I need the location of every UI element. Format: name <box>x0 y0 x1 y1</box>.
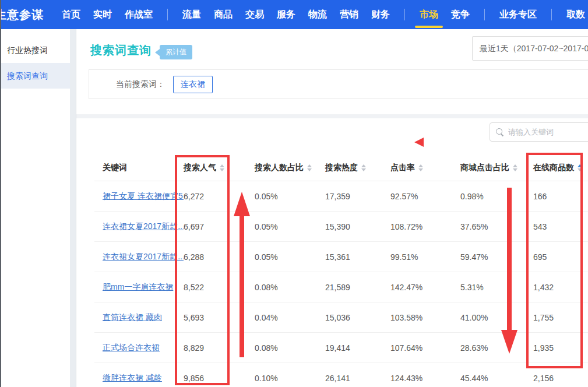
sidebar-item-industry-hot-words[interactable]: 行业热搜词 <box>0 37 70 63</box>
nav-item-business-zone[interactable]: 业务专区 <box>493 0 543 29</box>
sort-icon[interactable] <box>418 164 423 171</box>
sort-icon[interactable] <box>361 164 366 171</box>
col-header-searcher-ratio[interactable]: 搜索人数占比 <box>255 163 325 173</box>
cell-mall-click-ratio: 59.47% <box>460 252 533 262</box>
cell-searcher-ratio: 0.05% <box>255 222 325 231</box>
cell-search-heat: 15,036 <box>325 313 390 322</box>
nav-divider <box>404 9 405 20</box>
sort-icon[interactable] <box>513 164 517 171</box>
cell-search-popularity: 8,829 <box>184 343 255 353</box>
sidebar: 行业热搜词 搜索词查询 <box>0 29 70 387</box>
cell-search-popularity: 9,856 <box>184 374 255 383</box>
col-header-label: 搜索人气 <box>184 163 216 173</box>
sort-icon[interactable] <box>220 164 224 171</box>
cell-online-products: 1,935 <box>533 343 588 353</box>
nav-item-market-label: 市场 <box>420 9 438 19</box>
current-search-word-panel: 当前搜索词： 连衣裙 <box>89 69 588 99</box>
cell-search-heat: 17,359 <box>325 192 390 201</box>
badge-label: 累计值 <box>160 45 192 59</box>
nav-item-products[interactable]: 商品 <box>207 0 239 29</box>
nav-item-warroom[interactable]: 作战室 <box>118 0 159 29</box>
cell-search-popularity: 5,693 <box>184 313 255 322</box>
search-icon <box>496 128 504 136</box>
cell-online-products: 1,432 <box>533 283 588 292</box>
cell-searcher-ratio: 0.08% <box>255 283 325 292</box>
cell-search-heat: 21,589 <box>325 283 390 292</box>
cell-click-rate: 107.64% <box>390 343 460 353</box>
table-row: 连衣裙女夏2017新款... 6,697 0.05% 15,390 108.72… <box>94 212 588 242</box>
active-tab-underline <box>415 26 443 28</box>
keyword-search-box[interactable] <box>490 122 588 142</box>
date-range-selector[interactable]: 最近1天（2017-07-02~2017-07-02 <box>472 36 588 61</box>
cell-search-heat: 19,414 <box>325 343 390 353</box>
nav-item-data-fetch[interactable]: 取数 <box>560 0 588 29</box>
table-row: 微胖连衣裙 减龄 9,856 0.10% 26,141 124.43% 45.4… <box>94 363 588 387</box>
nav-item-logistics[interactable]: 物流 <box>302 0 333 29</box>
cell-click-rate: 99.51% <box>390 252 460 262</box>
badge-left-arrow-icon <box>155 49 160 56</box>
nav-items: 首页 实时 作战室 流量 商品 交易 服务 物流 营销 财务 市场 竞争 业务专… <box>55 0 588 29</box>
nav-item-realtime[interactable]: 实时 <box>87 0 118 29</box>
nav-divider <box>484 9 485 20</box>
keyword-link[interactable]: 裙子女夏 连衣裙便宜5.. <box>94 191 184 202</box>
cell-online-products: 2,156 <box>533 374 588 383</box>
sidebar-divider-strip <box>70 29 76 387</box>
search-words-table: 关键词 搜索人气 搜索人数占比 搜索热度 点击率 商城点击占比 <box>94 154 588 387</box>
cumulative-value-badge: 累计值 <box>155 45 192 59</box>
current-search-word-label: 当前搜索词： <box>116 79 165 90</box>
keyword-link[interactable]: 肥mm一字肩连衣裙 <box>94 282 184 293</box>
col-header-search-popularity[interactable]: 搜索人气 <box>184 163 255 173</box>
cell-click-rate: 92.57% <box>390 192 460 201</box>
cell-online-products: 543 <box>533 222 588 231</box>
nav-item-trade[interactable]: 交易 <box>239 0 270 29</box>
page: 生意参谋 首页 实时 作战室 流量 商品 交易 服务 物流 营销 财务 市场 竞… <box>0 0 588 387</box>
nav-item-traffic[interactable]: 流量 <box>176 0 207 29</box>
col-header-label: 在线商品数 <box>533 163 574 173</box>
cell-searcher-ratio: 0.08% <box>255 343 325 353</box>
cell-search-heat: 26,141 <box>325 374 390 383</box>
nav-item-home[interactable]: 首页 <box>55 0 87 29</box>
cell-searcher-ratio: 0.10% <box>255 374 325 383</box>
sort-icon[interactable] <box>307 164 312 171</box>
cell-mall-click-ratio: 37.65% <box>460 222 533 231</box>
cell-click-rate: 142.47% <box>390 283 460 292</box>
keyword-link[interactable]: 正式场合连衣裙 <box>94 343 184 353</box>
cell-online-products: 695 <box>533 252 588 262</box>
nav-item-marketing[interactable]: 营销 <box>333 0 365 29</box>
window-left-edge <box>0 0 1 387</box>
col-header-search-heat[interactable]: 搜索热度 <box>325 163 390 173</box>
sort-icon-active-asc[interactable] <box>578 164 582 171</box>
keyword-link[interactable]: 连衣裙女夏2017新款... <box>94 221 184 232</box>
cell-online-products: 1,755 <box>533 313 588 322</box>
table-row: 直筒连衣裙 藏肉 5,693 0.04% 15,036 103.58% 41.0… <box>94 302 588 333</box>
cell-online-products: 166 <box>533 192 588 201</box>
col-header-online-products[interactable]: 在线商品数 <box>533 163 588 173</box>
sidebar-item-search-word-query[interactable]: 搜索词查询 <box>0 63 70 89</box>
page-title: 搜索词查询 <box>90 43 152 58</box>
col-header-mall-click-ratio[interactable]: 商城点击占比 <box>460 163 533 173</box>
nav-item-service[interactable]: 服务 <box>270 0 302 29</box>
cell-mall-click-ratio: 41.00% <box>460 313 533 322</box>
cell-click-rate: 108.72% <box>390 222 460 231</box>
red-left-triangle-marker <box>414 138 424 147</box>
section-separator <box>76 114 588 118</box>
nav-divider <box>551 9 552 20</box>
keyword-search-input[interactable] <box>508 128 584 136</box>
table-row: 连衣裙女夏2017新款... 6,288 0.05% 15,361 99.51%… <box>94 242 588 272</box>
col-header-click-rate[interactable]: 点击率 <box>390 163 460 173</box>
table-row: 肥mm一字肩连衣裙 8,522 0.08% 21,589 142.47% 5.3… <box>94 272 588 302</box>
current-search-word-chip[interactable]: 连衣裙 <box>173 76 213 93</box>
col-header-label: 搜索人数占比 <box>255 163 304 173</box>
keyword-link[interactable]: 微胖连衣裙 减龄 <box>94 373 184 384</box>
nav-item-market[interactable]: 市场 <box>413 0 445 29</box>
nav-divider <box>167 9 168 20</box>
cell-searcher-ratio: 0.04% <box>255 313 325 322</box>
cell-click-rate: 124.43% <box>390 374 460 383</box>
keyword-link[interactable]: 直筒连衣裙 藏肉 <box>94 312 184 323</box>
keyword-link[interactable]: 连衣裙女夏2017新款... <box>94 252 184 262</box>
nav-item-finance[interactable]: 财务 <box>365 0 396 29</box>
top-navbar: 生意参谋 首页 实时 作战室 流量 商品 交易 服务 物流 营销 财务 市场 竞… <box>0 0 588 29</box>
cell-search-popularity: 6,697 <box>184 222 255 231</box>
cell-searcher-ratio: 0.05% <box>255 192 325 201</box>
nav-item-competition[interactable]: 竞争 <box>445 0 476 29</box>
